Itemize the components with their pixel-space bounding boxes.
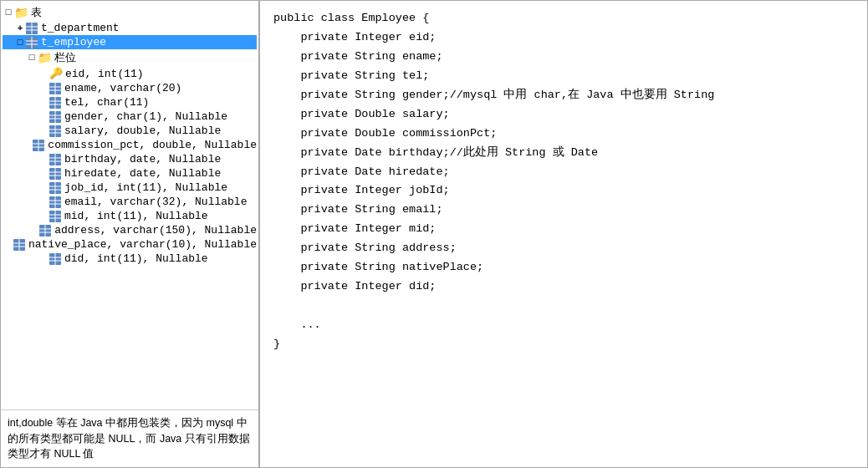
label-col_mid: mid, int(11), Nullable (64, 210, 208, 222)
icon-col_tel (49, 97, 62, 109)
tree-node-col_ename[interactable]: ename, varchar(20) (3, 81, 257, 95)
code-line-10: private String email; (273, 201, 854, 220)
right-panel: public class Employee { private Integer … (260, 1, 867, 467)
tree-node-t_employee[interactable]: □t_employee (3, 35, 257, 49)
tree-node-col_job_id[interactable]: job_id, int(11), Nullable (3, 181, 257, 195)
code-line-16: ... (273, 316, 854, 335)
tree-node-col_mid[interactable]: mid, int(11), Nullable (3, 209, 257, 223)
tree-node-col_tel[interactable]: tel, char(11) (3, 95, 257, 109)
tree-area[interactable]: □📁表+t_department□t_employee□📁栏位 🔑eid, in… (1, 1, 258, 410)
label-col_tel: tel, char(11) (64, 96, 149, 109)
tree-node-col_salary[interactable]: salary, double, Nullable (3, 124, 257, 138)
label-col_email: email, varchar(32), Nullable (64, 196, 247, 208)
label-col_gender: gender, char(1), Nullable (64, 110, 227, 123)
label-columns_folder: 栏位 (54, 50, 76, 65)
label-col_address: address, varchar(150), Nullable (54, 224, 257, 237)
code-line-7: private Date birthday;//此处用 String 或 Dat… (273, 144, 854, 163)
icon-col_salary (49, 125, 62, 137)
expand-icon-tables[interactable]: □ (3, 8, 14, 18)
label-col_job_id: job_id, int(11), Nullable (64, 181, 227, 194)
label-col_hiredate: hiredate, date, Nullable (64, 167, 221, 180)
tree-node-col_eid[interactable]: 🔑eid, int(11) (3, 66, 257, 81)
label-col_native_place: native_place, varchar(10), Nullable (28, 238, 257, 251)
expand-icon-columns_folder[interactable]: □ (26, 53, 38, 63)
expand-icon-t_department[interactable]: + (14, 23, 26, 33)
icon-col_job_id (49, 182, 62, 194)
icon-col_native_place (13, 239, 26, 251)
label-t_employee: t_employee (41, 36, 106, 48)
icon-t_employee (26, 37, 38, 48)
icon-col_commission_pct (33, 140, 45, 151)
code-line-15 (273, 297, 854, 316)
icon-col_hiredate (49, 168, 62, 180)
label-col_eid: eid, int(11) (65, 68, 144, 80)
tree-node-tables[interactable]: □📁表 (3, 4, 257, 21)
icon-col_birthday (49, 154, 62, 165)
icon-t_department (26, 23, 38, 34)
icon-columns_folder: 📁 (38, 51, 52, 65)
label-col_ename: ename, varchar(20) (64, 82, 181, 94)
icon-col_did (49, 253, 62, 265)
main-container: □📁表+t_department□t_employee□📁栏位 🔑eid, in… (0, 0, 868, 468)
code-line-5: private Double salary; (273, 105, 854, 125)
icon-col_gender (49, 111, 62, 123)
code-line-14: private Integer did; (273, 277, 854, 297)
tree-node-col_native_place[interactable]: native_place, varchar(10), Nullable (3, 237, 257, 252)
code-line-9: private Integer jobId; (273, 181, 854, 201)
label-t_department: t_department (41, 22, 120, 34)
code-line-8: private Date hiredate; (273, 163, 854, 182)
code-line-4: private String gender;//mysql 中用 char,在 … (273, 86, 854, 105)
icon-col_eid: 🔑 (49, 67, 63, 80)
code-line-1: private Integer eid; (273, 28, 854, 48)
code-line-0: public class Employee { (273, 9, 854, 28)
label-col_commission_pct: commission_pct, double, Nullable (48, 139, 257, 151)
icon-col_address (39, 225, 52, 237)
tree-node-col_did[interactable]: did, int(11), Nullable (3, 252, 257, 266)
code-line-12: private String address; (273, 239, 854, 258)
tree-node-col_email[interactable]: email, varchar(32), Nullable (3, 195, 257, 209)
expand-icon-t_employee[interactable]: □ (14, 38, 26, 48)
tree-node-col_hiredate[interactable]: hiredate, date, Nullable (3, 166, 257, 181)
tree-node-col_birthday[interactable]: birthday, date, Nullable (3, 152, 257, 166)
label-col_birthday: birthday, date, Nullable (64, 153, 221, 165)
left-panel: □📁表+t_department□t_employee□📁栏位 🔑eid, in… (1, 1, 260, 467)
code-line-17: } (273, 335, 854, 354)
bottom-note: int,double 等在 Java 中都用包装类，因为 mysql 中的所有类… (1, 410, 258, 467)
icon-col_ename (49, 83, 62, 94)
code-line-13: private String nativePlace; (273, 258, 854, 277)
code-line-3: private String tel; (273, 67, 854, 86)
code-line-11: private Integer mid; (273, 220, 854, 239)
icon-col_mid (49, 211, 62, 222)
label-col_did: did, int(11), Nullable (64, 252, 208, 265)
tree-node-t_department[interactable]: +t_department (3, 21, 257, 35)
icon-tables: 📁 (14, 6, 28, 20)
tree-node-col_address[interactable]: address, varchar(150), Nullable (3, 223, 257, 237)
code-line-6: private Double commissionPct; (273, 125, 854, 144)
label-col_salary: salary, double, Nullable (64, 125, 221, 137)
tree-node-columns_folder[interactable]: □📁栏位 (3, 49, 257, 66)
tree-node-col_commission_pct[interactable]: commission_pct, double, Nullable (3, 138, 257, 152)
tree-node-col_gender[interactable]: gender, char(1), Nullable (3, 109, 257, 124)
label-tables: 表 (31, 5, 42, 20)
code-line-2: private String ename; (273, 48, 854, 67)
icon-col_email (49, 196, 62, 208)
